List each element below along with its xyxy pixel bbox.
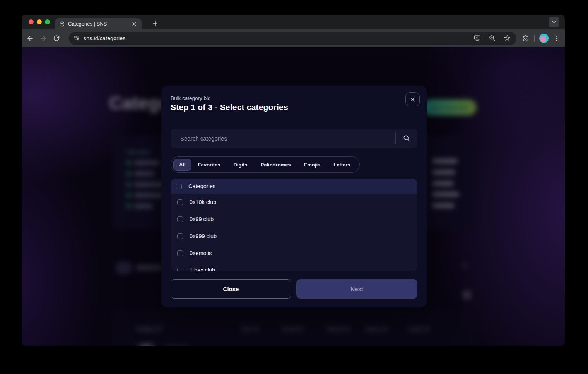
item-label: 0xemojis	[190, 250, 212, 256]
reload-button[interactable]	[51, 33, 62, 44]
bookmark-star-icon[interactable]	[504, 34, 511, 42]
select-all-checkbox[interactable]	[176, 184, 182, 189]
install-app-icon[interactable]	[473, 34, 481, 42]
list-item[interactable]: 0x10k club	[171, 194, 417, 211]
item-label: 1 hex club	[190, 267, 215, 271]
list-item[interactable]: 0x99 club	[171, 211, 417, 228]
tab-title: Categories | SNS	[68, 21, 128, 27]
favicon-cube-icon	[59, 21, 65, 27]
profile-avatar[interactable]	[539, 34, 549, 43]
zoom-window-button[interactable]	[45, 19, 50, 24]
tab-digits[interactable]: Digits	[227, 159, 254, 171]
forward-button[interactable]	[38, 33, 49, 44]
tab-palindromes[interactable]: Palindromes	[254, 159, 297, 171]
bulk-bid-modal: Bulk category bid Step 1 of 3 - Select c…	[161, 86, 427, 307]
modal-close-button[interactable]	[405, 92, 420, 106]
page-categories: Categories Bulk category bid Top sales	[22, 47, 565, 346]
tab-close-icon[interactable]	[131, 21, 138, 27]
back-button[interactable]	[25, 33, 36, 44]
item-checkbox[interactable]	[177, 216, 183, 222]
extensions-icon[interactable]	[522, 34, 530, 42]
item-checkbox[interactable]	[177, 233, 183, 239]
new-tab-button[interactable]	[149, 18, 161, 29]
list-item[interactable]: 1 hex club	[171, 262, 417, 271]
item-label: 0x10k club	[190, 199, 216, 205]
tab-letters[interactable]: Letters	[327, 159, 357, 171]
close-button[interactable]: Close	[171, 279, 291, 299]
modal-eyebrow: Bulk category bid	[171, 95, 211, 101]
item-label: 0x999 club	[190, 233, 217, 239]
select-all-row[interactable]: Categories	[171, 179, 417, 194]
browser-window: Categories | SNS	[22, 15, 565, 346]
item-checkbox[interactable]	[177, 250, 183, 256]
tab-all[interactable]: All	[173, 159, 191, 171]
browser-toolbar	[22, 29, 565, 47]
tab-search-chevron-button[interactable]	[549, 17, 559, 27]
menu-kebab-icon[interactable]	[553, 35, 560, 42]
tab-favorites[interactable]: Favorites	[191, 159, 227, 171]
list-item[interactable]: 0xemojis	[171, 245, 417, 262]
next-button[interactable]: Next	[296, 279, 417, 299]
toolbar-divider	[534, 35, 535, 42]
zoom-out-icon[interactable]	[489, 34, 496, 42]
address-bar[interactable]	[69, 32, 516, 45]
item-checkbox[interactable]	[177, 199, 183, 205]
close-window-button[interactable]	[29, 19, 34, 24]
site-info-icon[interactable]	[74, 35, 80, 41]
traffic-lights	[29, 19, 50, 24]
search-input[interactable]	[171, 135, 395, 142]
modal-title: Step 1 of 3 - Select categories	[171, 103, 288, 112]
minimize-window-button[interactable]	[37, 19, 42, 24]
item-checkbox[interactable]	[177, 268, 183, 271]
browser-tab[interactable]: Categories | SNS	[55, 18, 142, 29]
category-search	[171, 129, 417, 148]
url-input[interactable]	[84, 35, 200, 41]
tab-strip: Categories | SNS	[22, 15, 565, 29]
filter-tabs: All Favorites Digits Palindromes Emojis …	[171, 156, 360, 173]
search-icon[interactable]	[396, 134, 417, 142]
select-all-label: Categories	[188, 183, 215, 189]
list-item[interactable]: 0x999 club	[171, 228, 417, 245]
item-label: 0x99 club	[190, 216, 214, 222]
tab-emojis[interactable]: Emojis	[297, 159, 327, 171]
categories-list: Categories 0x10k club 0x99 club 0x999 cl…	[171, 179, 417, 271]
